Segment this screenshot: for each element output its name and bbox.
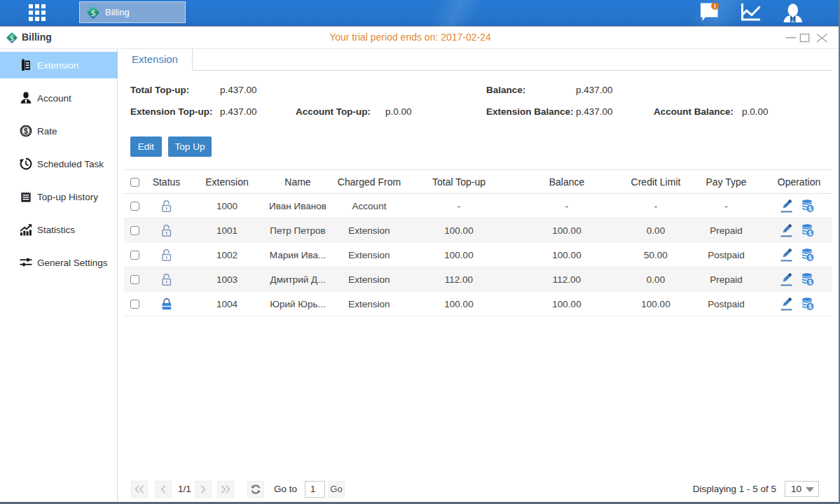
svg-text:$: $ bbox=[24, 127, 28, 135]
svg-text:!: ! bbox=[714, 3, 716, 10]
svg-text:$: $ bbox=[91, 8, 96, 18]
